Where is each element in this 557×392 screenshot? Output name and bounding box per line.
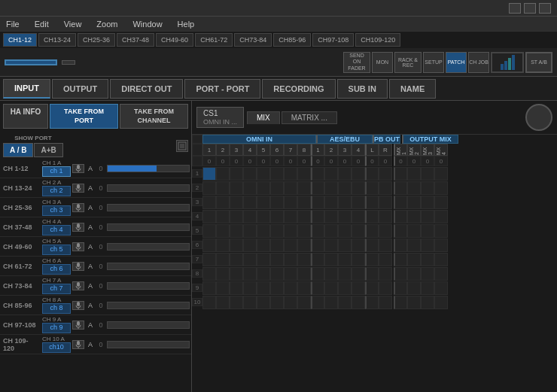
channel-tab-ch7384[interactable]: CH73-84 — [234, 33, 272, 47]
patch-cell[interactable] — [352, 253, 365, 266]
patch-cell[interactable] — [379, 210, 392, 223]
patch-cell[interactable] — [365, 239, 379, 252]
patch-cell[interactable] — [338, 167, 352, 181]
patch-cell[interactable] — [243, 210, 257, 223]
patch-cell[interactable] — [421, 267, 434, 281]
patch-cell[interactable] — [297, 196, 311, 209]
channel-row-6[interactable]: CH 61-72 CH 6 A ch 6 A 0 — [0, 257, 191, 276]
level-knob[interactable] — [525, 104, 552, 131]
channel-row-7[interactable]: CH 73-84 CH 7 A ch 7 A 0 — [0, 276, 191, 296]
patch-cell[interactable] — [257, 181, 270, 195]
maximize-button[interactable] — [524, 3, 536, 14]
port-ab-button[interactable]: A / B — [3, 143, 33, 157]
patch-cell[interactable] — [434, 210, 448, 223]
rack-rec-icon[interactable]: RACK & REC — [394, 52, 422, 73]
patch-cell[interactable] — [434, 239, 448, 252]
patch-cell[interactable] — [407, 267, 421, 281]
channel-row-5[interactable]: CH 49-60 CH 5 A ch 5 A 0 — [0, 237, 191, 257]
patch-cell[interactable] — [407, 224, 421, 238]
patch-cell[interactable] — [407, 181, 421, 195]
patch-cell[interactable] — [338, 296, 352, 309]
patch-cell[interactable] — [257, 210, 270, 223]
patch-cell[interactable] — [311, 296, 324, 309]
patch-cell[interactable] — [421, 253, 434, 266]
patch-cell[interactable] — [270, 181, 284, 195]
patch-cell[interactable] — [270, 267, 284, 281]
channel-tab-ch1324[interactable]: CH13-24 — [38, 33, 76, 47]
patch-cell[interactable] — [434, 281, 448, 295]
patch-cell[interactable] — [421, 281, 434, 295]
patch-cell[interactable] — [202, 281, 216, 295]
patch-cell[interactable] — [379, 296, 392, 309]
setup-icon[interactable]: SETUP — [423, 52, 444, 73]
channel-tab-ch3748[interactable]: CH37-48 — [117, 33, 154, 47]
patch-cell[interactable] — [338, 210, 352, 223]
patch-cell[interactable] — [379, 167, 392, 181]
patch-cell[interactable] — [352, 281, 365, 295]
patch-cell[interactable] — [297, 224, 311, 238]
patch-cell[interactable] — [284, 296, 297, 309]
patch-cell[interactable] — [338, 267, 352, 281]
patch-cell[interactable] — [270, 296, 284, 309]
patch-cell[interactable] — [407, 253, 421, 266]
patch-cell[interactable] — [270, 196, 284, 209]
patch-cell[interactable] — [407, 210, 421, 223]
take-from-channel-button[interactable]: TAKE FROMCHANNEL — [120, 104, 188, 129]
patch-cell[interactable] — [297, 167, 311, 181]
patch-cell[interactable] — [324, 210, 338, 223]
patch-cell[interactable] — [243, 296, 257, 309]
patch-cell[interactable] — [284, 196, 297, 209]
port-apb-button[interactable]: A+B — [34, 143, 62, 157]
patch-cell[interactable] — [230, 224, 243, 238]
patch-cell[interactable] — [407, 167, 421, 181]
patch-cell[interactable] — [421, 167, 434, 181]
patch-cell[interactable] — [394, 267, 407, 281]
patch-cell[interactable] — [434, 196, 448, 209]
patch-cell[interactable] — [311, 210, 324, 223]
patch-cell[interactable] — [421, 181, 434, 195]
patch-cell[interactable] — [284, 267, 297, 281]
channel-row-8[interactable]: CH 85-96 CH 8 A ch 8 A 0 — [0, 296, 191, 315]
patch-cell[interactable] — [352, 196, 365, 209]
patch-cell[interactable] — [216, 239, 230, 252]
channel-tab-ch109120[interactable]: CH109-120 — [355, 33, 400, 47]
patch-cell[interactable] — [284, 224, 297, 238]
patch-cell[interactable] — [421, 210, 434, 223]
patch-cell[interactable] — [230, 281, 243, 295]
patch-cell[interactable] — [352, 167, 365, 181]
patch-cell[interactable] — [365, 224, 379, 238]
patch-cell[interactable] — [394, 253, 407, 266]
patch-cell[interactable] — [202, 224, 216, 238]
menu-edit[interactable]: Edit — [32, 18, 52, 30]
patch-cell[interactable] — [338, 181, 352, 195]
patch-cell[interactable] — [324, 281, 338, 295]
patch-cell[interactable] — [434, 167, 448, 181]
patch-cell[interactable] — [216, 181, 230, 195]
patch-cell[interactable] — [421, 296, 434, 309]
output-tab-matrix[interactable]: MATRIX ... — [282, 111, 337, 124]
patch-cell[interactable] — [243, 224, 257, 238]
patch-cell[interactable] — [216, 296, 230, 309]
patch-cell[interactable] — [243, 196, 257, 209]
patch-cell[interactable] — [243, 253, 257, 266]
patch-cell[interactable] — [379, 196, 392, 209]
patch-cell[interactable] — [434, 253, 448, 266]
patch-cell[interactable] — [338, 253, 352, 266]
patch-cell[interactable] — [243, 281, 257, 295]
channel-tab-ch6172[interactable]: CH61-72 — [195, 33, 233, 47]
patch-cell[interactable] — [365, 296, 379, 309]
patch-cell[interactable] — [394, 296, 407, 309]
ch-job-icon[interactable]: CH JOB — [468, 52, 489, 73]
patch-cell[interactable] — [365, 181, 379, 195]
patch-cell[interactable] — [202, 253, 216, 266]
patch-cell[interactable] — [257, 224, 270, 238]
patch-cell[interactable] — [324, 267, 338, 281]
tab-portport[interactable]: PORT - PORT — [184, 79, 260, 99]
patch-cell[interactable] — [365, 196, 379, 209]
patch-cell[interactable] — [230, 181, 243, 195]
channel-row-4[interactable]: CH 37-48 CH 4 A ch 4 A 0 — [0, 217, 191, 237]
tab-input[interactable]: INPUT — [3, 79, 50, 99]
patch-cell[interactable] — [270, 210, 284, 223]
channel-name[interactable] — [5, 59, 57, 65]
patch-cell[interactable] — [216, 224, 230, 238]
